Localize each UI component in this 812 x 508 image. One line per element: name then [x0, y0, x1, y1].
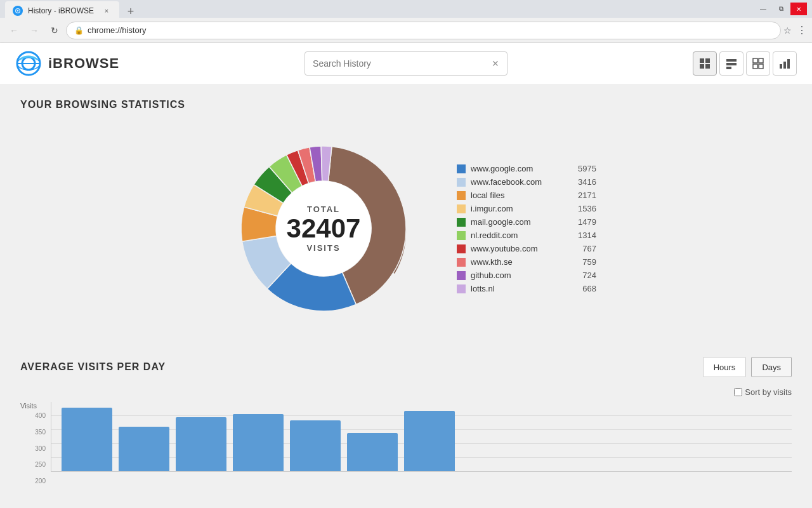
- browser-tab[interactable]: History - iBROWSE ×: [5, 1, 119, 20]
- sort-label-text: Sort by visits: [745, 387, 792, 397]
- legend-item: i.imgur.com 1536: [457, 204, 596, 213]
- bar-section-header: AVERAGE VISITS PER DAY Hours Days: [20, 357, 792, 377]
- logo-text: iBROWSE: [48, 55, 119, 72]
- legend-count: 5975: [571, 164, 596, 173]
- legend-color-swatch: [457, 258, 466, 267]
- svg-rect-14: [759, 58, 763, 63]
- legend-color-swatch: [457, 271, 466, 280]
- bookmark-icon[interactable]: ☆: [783, 25, 792, 36]
- legend-color-swatch: [457, 284, 466, 293]
- legend-item: www.kth.se 759: [457, 257, 596, 267]
- logo-icon: [15, 50, 42, 77]
- bar-item: [176, 417, 226, 471]
- legend-item: nl.reddit.com 1314: [457, 231, 596, 240]
- legend-count: 767: [571, 244, 596, 253]
- bar-chart-icon: [779, 58, 790, 69]
- address-text: chrome://history: [88, 25, 773, 35]
- search-input[interactable]: [313, 58, 492, 69]
- svg-rect-9: [705, 64, 710, 69]
- legend-count: 668: [571, 284, 596, 293]
- search-box: ✕: [304, 51, 508, 76]
- view-toggles: [693, 51, 797, 76]
- svg-rect-8: [700, 64, 704, 69]
- bar-item: [62, 408, 112, 471]
- stats-section: TOTAL 32407 VISITS www.google.com 5975 w…: [20, 121, 792, 337]
- sort-checkbox[interactable]: [734, 388, 742, 396]
- address-bar[interactable]: 🔒 chrome://history: [66, 22, 781, 39]
- svg-rect-16: [759, 64, 763, 69]
- legend-count: 2171: [571, 190, 596, 200]
- list-view-btn[interactable]: [719, 51, 743, 76]
- svg-rect-19: [787, 59, 790, 69]
- title-bar: History - iBROWSE × + — ⧉ ✕: [0, 0, 812, 18]
- legend-item: www.google.com 5975: [457, 164, 596, 173]
- bars-wrapper: [51, 402, 792, 472]
- y-label-200: 200: [35, 478, 46, 485]
- y-label-350: 350: [35, 429, 46, 436]
- sort-by-visits-label[interactable]: Sort by visits: [734, 387, 792, 397]
- tab-favicon: [13, 6, 23, 16]
- svg-rect-13: [753, 58, 757, 63]
- legend-count: 759: [571, 257, 596, 267]
- svg-rect-15: [753, 64, 757, 69]
- maximize-btn[interactable]: ⧉: [773, 3, 789, 15]
- app-header: iBROWSE ✕: [0, 43, 812, 84]
- bar-chart-area: Visits 400 350 300 250 200: [20, 402, 792, 485]
- new-tab-btn[interactable]: +: [122, 3, 140, 20]
- search-area: ✕: [119, 51, 693, 76]
- legend-item: lotts.nl 668: [457, 284, 596, 293]
- bar-item: [290, 420, 341, 471]
- legend-item: www.facebook.com 3416: [457, 177, 596, 187]
- menu-icon[interactable]: ⋮: [797, 24, 807, 36]
- legend-domain: www.facebook.com: [471, 177, 566, 187]
- legend-domain: lotts.nl: [471, 284, 566, 293]
- legend-count: 1536: [571, 204, 596, 213]
- y-label-400: 400: [35, 412, 46, 419]
- compact-view-btn[interactable]: [746, 51, 770, 76]
- legend-item: www.youtube.com 767: [457, 244, 596, 253]
- tab-title: History - iBROWSE: [28, 6, 94, 15]
- legend-color-swatch: [457, 164, 466, 173]
- tab-close-btn[interactable]: ×: [102, 6, 112, 16]
- legend-color-swatch: [457, 178, 466, 187]
- legend-domain: www.kth.se: [471, 257, 566, 267]
- compact-icon: [752, 58, 764, 69]
- legend-color-swatch: [457, 191, 466, 200]
- donut-canvas: [216, 121, 431, 337]
- address-lock-icon: 🔒: [74, 26, 84, 35]
- hours-btn[interactable]: Hours: [703, 357, 747, 377]
- stats-section-title: YOUR BROWSING STATISTICS: [20, 99, 792, 110]
- legend-domain: local files: [471, 190, 566, 200]
- list-icon: [726, 58, 737, 69]
- window-controls: — ⧉ ✕: [755, 3, 807, 15]
- days-btn[interactable]: Days: [751, 357, 792, 377]
- chart-view-btn[interactable]: [773, 51, 797, 76]
- svg-rect-18: [783, 62, 786, 69]
- back-btn[interactable]: ←: [5, 22, 23, 39]
- search-clear-icon[interactable]: ✕: [492, 58, 499, 69]
- legend-domain: www.youtube.com: [471, 244, 566, 253]
- legend-item: local files 2171: [457, 190, 596, 200]
- legend-color-swatch: [457, 244, 466, 253]
- legend-color-swatch: [457, 204, 466, 213]
- chart-legend: www.google.com 5975 www.facebook.com 341…: [457, 164, 596, 293]
- bar-item: [404, 411, 455, 471]
- legend-count: 3416: [571, 177, 596, 187]
- legend-color-swatch: [457, 218, 466, 227]
- refresh-btn[interactable]: ↻: [46, 22, 63, 39]
- close-btn[interactable]: ✕: [790, 3, 807, 15]
- minimize-btn[interactable]: —: [755, 3, 771, 15]
- main-content: YOUR BROWSING STATISTICS: [0, 84, 812, 500]
- svg-rect-17: [780, 64, 782, 69]
- y-label-300: 300: [35, 445, 46, 452]
- legend-count: 1314: [571, 231, 596, 240]
- grid-view-btn[interactable]: [693, 51, 717, 76]
- legend-item: github.com 724: [457, 271, 596, 280]
- bar-chart-section: AVERAGE VISITS PER DAY Hours Days Sort b…: [20, 357, 792, 485]
- legend-color-swatch: [457, 231, 466, 240]
- forward-btn[interactable]: →: [25, 22, 43, 39]
- bar-item: [119, 427, 169, 471]
- svg-rect-7: [705, 58, 710, 63]
- y-axis-labels: 400 350 300 250 200: [20, 412, 46, 485]
- legend-item: mail.google.com 1479: [457, 217, 596, 227]
